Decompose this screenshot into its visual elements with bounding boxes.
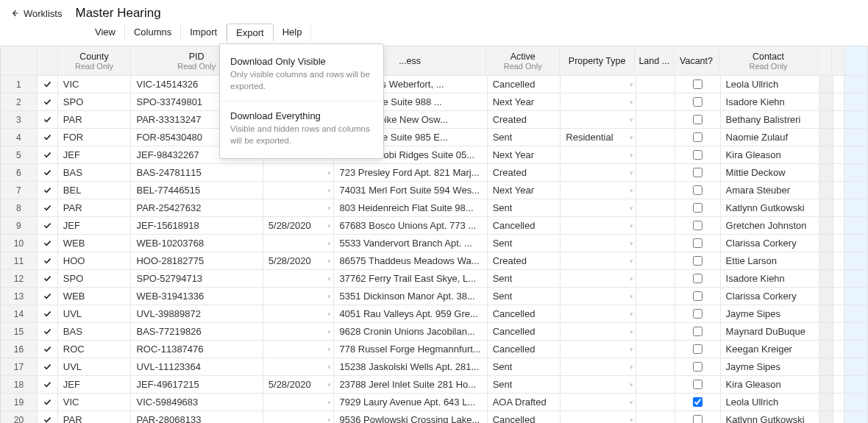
cell-contact[interactable]: Katlynn Gutkowski (721, 199, 820, 216)
cell-county[interactable]: JEF (58, 217, 132, 234)
cell-pid[interactable]: JEF-15618918 (131, 217, 263, 234)
cell-active[interactable]: Sent (488, 288, 561, 305)
cell-active[interactable]: Next Year (488, 182, 561, 199)
cell-date[interactable]: ▾ (263, 182, 335, 199)
cell-contact[interactable]: Amara Steuber (721, 182, 820, 199)
cell-property-type[interactable]: ▾ (561, 394, 636, 410)
chevron-down-icon[interactable]: ▾ (327, 346, 331, 353)
cell-land[interactable] (636, 341, 675, 358)
cell-pid[interactable]: SPO-52794713 (131, 270, 263, 287)
chevron-down-icon[interactable]: ▾ (327, 169, 331, 177)
cell-land[interactable] (636, 288, 675, 305)
cell-property-type[interactable]: ▾ (561, 252, 636, 269)
cell-active[interactable]: Created (488, 111, 561, 128)
row-anchor[interactable] (38, 111, 58, 128)
cell-county[interactable]: BAS (58, 323, 132, 340)
row-anchor[interactable] (38, 270, 58, 287)
vacant-checkbox[interactable] (693, 309, 702, 319)
vacant-checkbox[interactable] (693, 221, 702, 230)
cell-property-type[interactable]: ▾ (561, 164, 636, 181)
cell-vacant[interactable] (675, 164, 721, 181)
cell-property-type[interactable]: ▾ (561, 305, 636, 322)
cell-contact[interactable]: Jayme Sipes (721, 305, 820, 322)
cell-vacant[interactable] (675, 76, 721, 93)
cell-property-type[interactable]: ▾ (561, 270, 636, 287)
row-anchor[interactable] (38, 217, 58, 234)
cell-address[interactable]: 5351 Dickinson Manor Apt. 38... (334, 288, 487, 305)
cell-vacant[interactable] (675, 270, 721, 287)
cell-pid[interactable]: BAS-77219826 (131, 323, 263, 340)
chevron-down-icon[interactable]: ▾ (630, 275, 633, 282)
row-anchor[interactable] (38, 323, 58, 340)
cell-county[interactable]: HOO (58, 252, 132, 269)
cell-land[interactable] (636, 235, 675, 252)
cell-date[interactable]: ▾ (263, 411, 335, 423)
chevron-down-icon[interactable]: ▾ (327, 310, 331, 318)
cell-property-type[interactable]: ▾ (561, 288, 636, 305)
cell-county[interactable]: JEF (58, 146, 132, 163)
cell-date[interactable]: ▾ (263, 235, 335, 252)
cell-address[interactable]: 74031 Merl Fort Suite 594 Wes... (334, 182, 487, 199)
cell-land[interactable] (636, 199, 675, 216)
cell-active[interactable]: Sent (488, 199, 561, 216)
cell-vacant[interactable] (675, 182, 721, 199)
cell-active[interactable]: Created (488, 164, 561, 181)
chevron-down-icon[interactable]: ▾ (327, 240, 331, 247)
cell-active[interactable]: Sent (488, 129, 561, 146)
cell-active[interactable]: Sent (488, 235, 561, 252)
cell-vacant[interactable] (675, 288, 721, 305)
row-anchor[interactable] (38, 252, 58, 269)
cell-property-type[interactable]: ▾ (561, 358, 636, 375)
col-contact[interactable]: ContactRead Only (719, 46, 818, 75)
chevron-down-icon[interactable]: ▾ (630, 169, 633, 177)
cell-county[interactable]: WEB (58, 288, 132, 305)
cell-land[interactable] (636, 252, 675, 269)
cell-pid[interactable]: ROC-11387476 (131, 341, 263, 358)
cell-property-type[interactable]: ▾ (561, 199, 636, 216)
cell-date[interactable]: ▾ (263, 288, 335, 305)
cell-county[interactable]: FOR (58, 129, 132, 146)
col-active[interactable]: ActiveRead Only (486, 46, 559, 75)
cell-date[interactable]: ▾ (263, 358, 335, 375)
cell-active[interactable]: Sent (488, 358, 561, 375)
row-anchor[interactable] (38, 288, 58, 305)
cell-property-type[interactable]: ▾ (561, 411, 636, 423)
cell-contact[interactable]: Leola Ullrich (721, 76, 820, 93)
row-anchor[interactable] (38, 199, 58, 216)
chevron-down-icon[interactable]: ▾ (630, 81, 633, 88)
cell-contact[interactable]: Bethany Balistreri (721, 111, 820, 128)
cell-date[interactable]: ▾ (263, 270, 335, 287)
cell-contact[interactable]: Leola Ullrich (721, 394, 820, 410)
cell-vacant[interactable] (675, 111, 721, 128)
chevron-down-icon[interactable]: ▾ (630, 134, 633, 141)
cell-county[interactable]: VIC (58, 76, 132, 93)
chevron-down-icon[interactable]: ▾ (630, 222, 633, 230)
chevron-down-icon[interactable]: ▾ (630, 293, 633, 300)
cell-property-type[interactable]: Residential▾ (561, 129, 636, 146)
cell-active[interactable]: Next Year (488, 93, 561, 110)
cell-county[interactable]: UVL (58, 358, 132, 375)
cell-vacant[interactable] (675, 358, 721, 375)
cell-active[interactable]: Cancelled (488, 341, 561, 358)
cell-address[interactable]: 9536 Powlowski Crossing Lake... (334, 411, 487, 423)
cell-county[interactable]: SPO (58, 93, 132, 110)
cell-pid[interactable]: WEB-10203768 (131, 235, 263, 252)
cell-contact[interactable]: Kira Gleason (721, 146, 820, 163)
chevron-down-icon[interactable]: ▾ (630, 416, 633, 424)
cell-active[interactable]: Cancelled (488, 305, 561, 322)
cell-land[interactable] (636, 182, 675, 199)
cell-property-type[interactable]: ▾ (561, 182, 636, 199)
cell-pid[interactable]: UVL-11123364 (131, 358, 263, 375)
cell-land[interactable] (636, 217, 675, 234)
cell-property-type[interactable]: ▾ (561, 111, 636, 128)
cell-property-type[interactable]: ▾ (561, 341, 636, 358)
cell-vacant[interactable] (675, 394, 721, 410)
cell-county[interactable]: PAR (58, 411, 132, 423)
cell-contact[interactable]: Clarissa Corkery (721, 235, 820, 252)
chevron-down-icon[interactable]: ▾ (630, 240, 633, 247)
vacant-checkbox[interactable] (693, 203, 702, 213)
chevron-down-icon[interactable]: ▾ (630, 187, 633, 194)
cell-land[interactable] (636, 305, 675, 322)
cell-active[interactable]: Cancelled (488, 76, 561, 93)
row-anchor[interactable] (38, 376, 58, 393)
